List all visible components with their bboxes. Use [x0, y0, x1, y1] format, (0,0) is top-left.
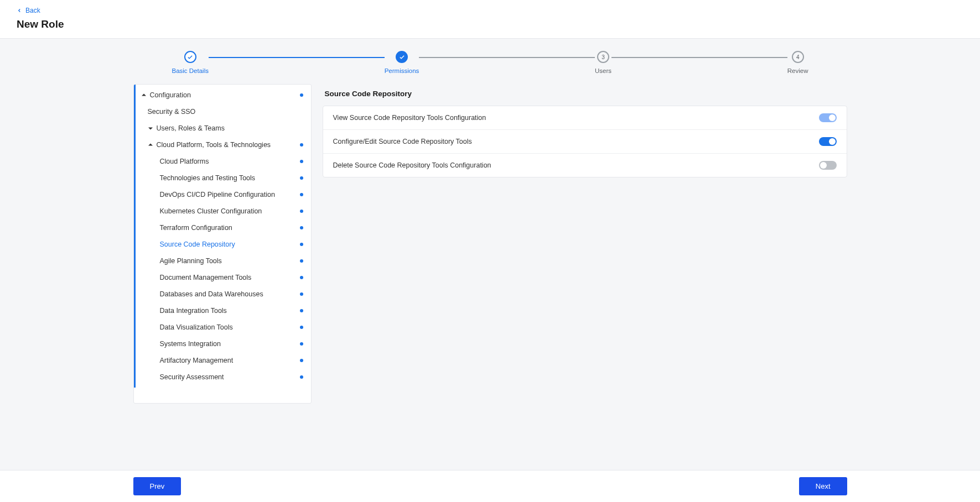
- step-circle-pending: 3: [597, 51, 609, 63]
- permission-label: View Source Code Repository Tools Config…: [333, 114, 486, 122]
- page-header: Back New Role: [0, 0, 980, 39]
- tree-item-label: Configuration: [150, 91, 191, 99]
- check-icon: [187, 54, 193, 60]
- step-connector: [611, 57, 787, 58]
- tree-item-label: Agile Planning Tools: [160, 257, 222, 265]
- stepper: Basic Details Permissions 3 Users 4 Revi…: [0, 39, 980, 84]
- modified-indicator-icon: [300, 259, 303, 263]
- tree-item[interactable]: Source Code Repository: [136, 236, 311, 253]
- modified-indicator-icon: [300, 359, 303, 362]
- tree-item[interactable]: DevOps CI/CD Pipeline Configuration: [136, 186, 311, 203]
- permission-row: Configure/Edit Source Code Repository To…: [323, 130, 847, 154]
- modified-indicator-icon: [300, 160, 303, 163]
- step-circle-pending: 4: [792, 51, 804, 63]
- tree-item[interactable]: Document Management Tools: [136, 269, 311, 286]
- caret-down-icon: [148, 125, 153, 131]
- permission-row: View Source Code Repository Tools Config…: [323, 106, 847, 130]
- modified-indicator-icon: [300, 326, 303, 329]
- permissions-card: View Source Code Repository Tools Config…: [323, 106, 847, 177]
- step-label: Users: [595, 67, 611, 74]
- caret-up-icon: [141, 92, 147, 98]
- tree-item-label: Databases and Data Warehouses: [160, 290, 263, 298]
- tree-item[interactable]: Security Assessment: [136, 369, 311, 385]
- modified-indicator-icon: [300, 210, 303, 213]
- svg-marker-0: [142, 94, 146, 96]
- tree-item-label: Users, Roles & Teams: [157, 124, 225, 132]
- tree-item[interactable]: Users, Roles & Teams: [136, 120, 311, 137]
- tree-item-label: Data Integration Tools: [160, 307, 227, 315]
- step-permissions[interactable]: Permissions: [385, 51, 419, 74]
- permission-label: Configure/Edit Source Code Repository To…: [333, 138, 472, 145]
- permission-toggle[interactable]: [819, 161, 837, 170]
- step-review[interactable]: 4 Review: [787, 51, 808, 74]
- tree-item[interactable]: Kubernetes Cluster Configuration: [136, 203, 311, 219]
- tree-item-label: Document Management Tools: [160, 274, 252, 281]
- step-basic-details[interactable]: Basic Details: [172, 51, 209, 74]
- tree-item-label: DevOps CI/CD Pipeline Configuration: [160, 191, 275, 198]
- step-label: Basic Details: [172, 67, 209, 74]
- permission-toggle[interactable]: [819, 113, 837, 122]
- tree-item-label: Source Code Repository: [160, 240, 235, 248]
- step-connector: [209, 57, 385, 58]
- tree-item-label: Security Assessment: [160, 373, 224, 381]
- tree-item[interactable]: Security & SSO: [136, 103, 311, 120]
- step-circle-active: [396, 51, 408, 63]
- svg-marker-2: [148, 144, 153, 146]
- tree-item-label: Technologies and Testing Tools: [160, 174, 256, 182]
- modified-indicator-icon: [300, 93, 303, 97]
- modified-indicator-icon: [300, 342, 303, 346]
- tree-item[interactable]: Data Integration Tools: [136, 302, 311, 319]
- step-label: Permissions: [385, 67, 419, 74]
- svg-marker-1: [148, 127, 153, 129]
- tree-item-label: Systems Integration: [160, 340, 221, 348]
- tree-item[interactable]: Artifactory Management: [136, 352, 311, 369]
- tree-item-label: Cloud Platform, Tools & Technologies: [157, 141, 271, 149]
- modified-indicator-icon: [300, 193, 303, 196]
- tree-item-label: Data Visualization Tools: [160, 323, 233, 331]
- back-link[interactable]: Back: [17, 7, 40, 14]
- step-circle-done: [184, 51, 196, 63]
- tree-item[interactable]: Systems Integration: [136, 336, 311, 352]
- tree-item-label: Security & SSO: [148, 108, 196, 116]
- step-users[interactable]: 3 Users: [595, 51, 611, 74]
- permission-label: Delete Source Code Repository Tools Conf…: [333, 161, 491, 169]
- tree-item[interactable]: Data Visualization Tools: [136, 319, 311, 336]
- tree-item[interactable]: Agile Planning Tools: [136, 253, 311, 269]
- check-icon: [399, 54, 405, 60]
- permission-toggle[interactable]: [819, 137, 837, 146]
- tree-item-label: Artifactory Management: [160, 357, 234, 364]
- tree-item[interactable]: Cloud Platform, Tools & Technologies: [136, 137, 311, 153]
- caret-up-icon: [148, 142, 153, 148]
- modified-indicator-icon: [300, 309, 303, 312]
- modified-indicator-icon: [300, 243, 303, 246]
- tree-item[interactable]: Configuration: [136, 87, 311, 103]
- tree-item-label: Cloud Platforms: [160, 158, 209, 165]
- page-title: New Role: [17, 18, 963, 30]
- step-connector: [419, 57, 595, 58]
- tree-item[interactable]: Terraform Configuration: [136, 219, 311, 236]
- step-label: Review: [787, 67, 808, 74]
- back-label: Back: [25, 7, 40, 14]
- panel-title: Source Code Repository: [323, 84, 847, 106]
- chevron-left-icon: [17, 8, 22, 13]
- modified-indicator-icon: [300, 176, 303, 180]
- modified-indicator-icon: [300, 143, 303, 147]
- tree-item-label: Terraform Configuration: [160, 224, 232, 232]
- modified-indicator-icon: [300, 375, 303, 379]
- tree-item-label: Kubernetes Cluster Configuration: [160, 207, 262, 215]
- permission-row: Delete Source Code Repository Tools Conf…: [323, 154, 847, 177]
- permissions-panel: Source Code Repository View Source Code …: [323, 84, 847, 404]
- modified-indicator-icon: [300, 276, 303, 279]
- permissions-tree-sidebar[interactable]: ConfigurationSecurity & SSOUsers, Roles …: [133, 84, 312, 404]
- tree-item[interactable]: Technologies and Testing Tools: [136, 170, 311, 186]
- tree-item[interactable]: Cloud Platforms: [136, 153, 311, 170]
- modified-indicator-icon: [300, 292, 303, 296]
- modified-indicator-icon: [300, 226, 303, 229]
- tree-item[interactable]: Databases and Data Warehouses: [136, 286, 311, 302]
